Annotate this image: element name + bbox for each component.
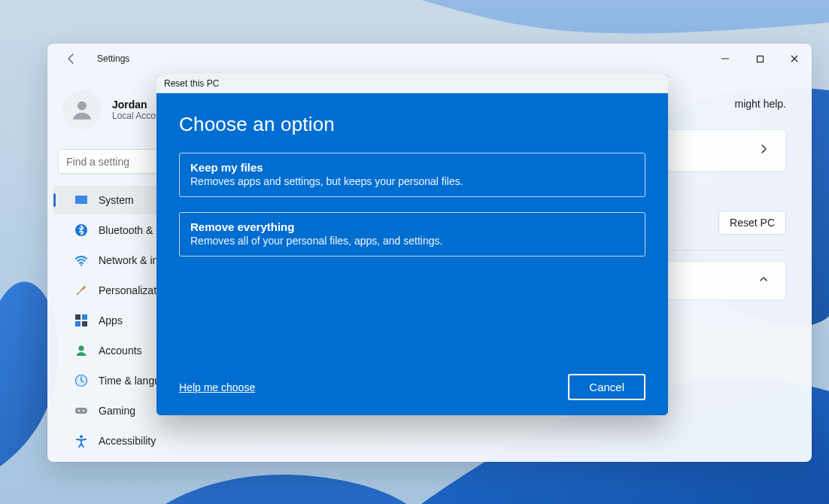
option-desc: Removes all of your personal files, apps…: [190, 235, 634, 247]
close-button[interactable]: [777, 44, 812, 74]
nav-label: Apps: [99, 314, 123, 326]
svg-point-9: [80, 264, 82, 266]
option-keep-my-files[interactable]: Keep my files Removes apps and settings,…: [179, 153, 645, 197]
option-desc: Removes apps and settings, but keeps you…: [190, 175, 634, 187]
accessibility-icon: [74, 434, 88, 448]
svg-rect-7: [75, 196, 87, 204]
svg-point-17: [78, 410, 80, 411]
svg-point-19: [80, 436, 83, 439]
svg-rect-10: [75, 314, 80, 320]
svg-point-14: [78, 345, 84, 351]
dialog-title: Reset this PC: [164, 78, 219, 89]
dialog-titlebar: Reset this PC: [156, 74, 668, 93]
svg-rect-11: [82, 314, 87, 320]
clock-globe-icon: [74, 374, 88, 387]
help-me-choose-link[interactable]: Help me choose: [179, 381, 255, 393]
reset-pc-button[interactable]: Reset PC: [718, 211, 786, 235]
svg-rect-16: [75, 408, 87, 414]
minimize-button[interactable]: [708, 44, 742, 74]
option-title: Keep my files: [190, 161, 634, 174]
gamepad-icon: [74, 404, 88, 417]
avatar: [62, 90, 102, 129]
nav-label: System: [99, 194, 134, 206]
back-button[interactable]: [56, 44, 87, 74]
svg-rect-1: [757, 56, 763, 62]
maximize-button[interactable]: [742, 44, 777, 74]
dialog-heading: Choose an option: [179, 113, 645, 136]
bluetooth-icon: [74, 223, 88, 237]
wifi-icon: [74, 254, 88, 267]
nav-label: Accounts: [99, 345, 142, 357]
option-title: Remove everything: [190, 220, 634, 233]
person-icon: [74, 344, 88, 357]
chevron-right-icon: [758, 144, 769, 157]
svg-rect-12: [75, 321, 80, 326]
titlebar: Settings: [47, 44, 812, 74]
reset-pc-dialog: Reset this PC Choose an option Keep my f…: [156, 74, 668, 415]
apps-icon: [74, 314, 88, 327]
nav-label: Gaming: [99, 405, 135, 417]
system-icon: [74, 193, 88, 207]
svg-rect-13: [82, 321, 87, 326]
cancel-button[interactable]: Cancel: [568, 374, 645, 400]
window-title: Settings: [97, 53, 129, 64]
nav-label: Accessibility: [99, 435, 156, 447]
svg-point-18: [83, 410, 84, 411]
svg-point-4: [77, 102, 87, 111]
chevron-up-icon: [758, 274, 769, 287]
option-remove-everything[interactable]: Remove everything Removes all of your pe…: [179, 212, 645, 257]
nav-item-accessibility[interactable]: Accessibility: [53, 427, 279, 455]
brush-icon: [74, 284, 88, 297]
